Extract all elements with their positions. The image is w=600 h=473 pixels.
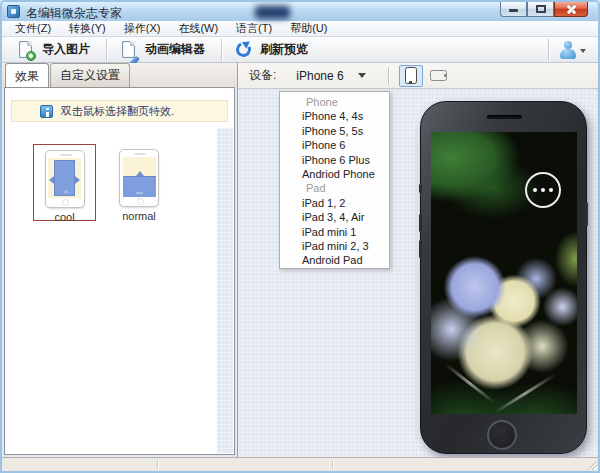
effect-label-cool: cool [34,211,95,223]
dropdown-item-iphone-4-4s[interactable]: iPhone 4, 4s [280,109,389,123]
app-window: 名编辑微杂志专家 文件(Z) 转换(Y) 操作(X) 在线(W) 语言(T) 帮… [0,0,600,473]
phone-preview [420,101,587,454]
menu-item-online[interactable]: 在线(W) [169,21,227,36]
toolbar: 导入图片 动画编辑器 刷新预览 [2,37,598,63]
volume-down-button [419,240,422,258]
chevron-down-icon [358,73,366,78]
phone-landscape-icon [430,70,447,81]
left-tab-strip: 效果 自定义设置 [2,63,237,87]
dropdown-item-ipad-mini-2-3[interactable]: iPad mini 2, 3 [280,239,389,253]
preview-panel: 设备: iPhone 6 Phone iPhone 4, 4s [237,63,598,457]
maximize-icon [536,5,546,13]
leaf-vein-highlight [445,363,495,403]
menu-item-help[interactable]: 帮助(U) [281,21,336,36]
dropdown-item-ipad-3-4-air[interactable]: iPad 3, 4, Air [280,210,389,224]
effect-thumb-normal[interactable]: normal [110,149,168,221]
dropdown-item-android-pad[interactable]: Android Pad [280,253,389,267]
more-menu-icon[interactable] [525,172,561,208]
resize-grip-icon[interactable] [586,459,597,470]
effect-preview-normal [119,149,159,207]
menu-item-operate[interactable]: 操作(X) [115,21,170,36]
volume-up-button [419,214,422,232]
leaf-vein-highlight [494,373,556,413]
toolbar-separator [106,39,107,61]
device-label: 设备: [249,67,276,84]
toolbar-separator [548,39,549,61]
minimize-button[interactable] [500,2,527,17]
dropdown-group-pad: Pad [280,181,389,195]
chevron-down-icon [580,49,586,53]
menu-bar: 文件(Z) 转换(Y) 操作(X) 在线(W) 语言(T) 帮助(U) [2,21,598,37]
window-controls [500,2,588,17]
device-select[interactable]: iPhone 6 [290,67,371,85]
user-account-button[interactable] [553,40,592,60]
flip-effect-cool-icon [54,160,75,196]
menu-item-file[interactable]: 文件(Z) [6,21,60,36]
maximize-button[interactable] [527,2,554,17]
dropdown-item-iphone-5-5s[interactable]: iPhone 5, 5s [280,124,389,138]
hint-bar: 双击鼠标选择翻页特效. [11,100,228,122]
import-image-icon [16,40,36,60]
scrollbar-track[interactable] [217,128,233,453]
dropdown-item-ipad-1-2[interactable]: iPad 1, 2 [280,196,389,210]
phone-portrait-icon [405,67,417,84]
power-button [585,202,588,226]
status-bar-separator [332,460,333,469]
dropdown-group-phone: Phone [280,95,389,109]
effect-preview-cool [45,150,85,208]
info-icon [40,105,53,118]
toolbar-separator [221,39,222,61]
animation-editor-label: 动画编辑器 [145,41,205,58]
import-images-button[interactable]: 导入图片 [8,38,102,62]
title-bar: 名编辑微杂志专家 [2,2,598,21]
animation-editor-icon [119,40,139,60]
hint-text: 双击鼠标选择翻页特效. [61,104,174,119]
menu-item-convert[interactable]: 转换(Y) [60,21,115,36]
import-images-label: 导入图片 [42,41,90,58]
orientation-landscape-button[interactable] [427,65,451,87]
status-bar [2,457,598,471]
status-bar-separator [157,460,158,469]
flip-effect-normal-icon [123,176,156,197]
effect-label-normal: normal [110,210,168,222]
tab-effects[interactable]: 效果 [5,63,49,88]
effects-panel: 效果 自定义设置 双击鼠标选择翻页特效. coo [2,63,237,457]
dropdown-item-andriod-phone[interactable]: Andriod Phone [280,167,389,181]
main-area: 效果 自定义设置 双击鼠标选择翻页特效. coo [2,63,598,457]
device-bar: 设备: iPhone 6 [238,63,598,89]
app-icon [7,5,20,18]
refresh-preview-icon [234,40,254,60]
close-button[interactable] [554,2,588,17]
mute-switch [419,184,422,193]
user-icon [559,41,577,59]
menu-item-language[interactable]: 语言(T) [227,21,281,36]
effect-thumb-cool[interactable]: cool [33,144,96,221]
close-icon [566,4,577,15]
minimize-icon [509,9,518,12]
device-bar-separator [388,67,389,85]
effects-panel-body: 双击鼠标选择翻页特效. cool [4,87,235,455]
speaker-slot [487,115,522,119]
dropdown-item-ipad-mini-1[interactable]: iPad mini 1 [280,225,389,239]
dropdown-item-iphone-6-plus[interactable]: iPhone 6 Plus [280,153,389,167]
tab-custom-settings[interactable]: 自定义设置 [50,63,130,87]
dropdown-item-iphone-6[interactable]: iPhone 6 [280,138,389,152]
window-title: 名编辑微杂志专家 [26,5,122,22]
home-button [487,420,517,450]
orientation-portrait-button[interactable] [399,65,423,87]
device-dropdown-menu: Phone iPhone 4, 4s iPhone 5, 5s iPhone 6… [279,91,390,269]
refresh-preview-label: 刷新预览 [260,41,308,58]
animation-editor-button[interactable]: 动画编辑器 [111,38,217,62]
phone-screen[interactable] [431,132,577,414]
preview-canvas: Phone iPhone 4, 4s iPhone 5, 5s iPhone 6… [238,89,598,457]
censored-region [255,6,290,19]
device-selected-value: iPhone 6 [296,69,343,83]
refresh-preview-button[interactable]: 刷新预览 [226,38,320,62]
